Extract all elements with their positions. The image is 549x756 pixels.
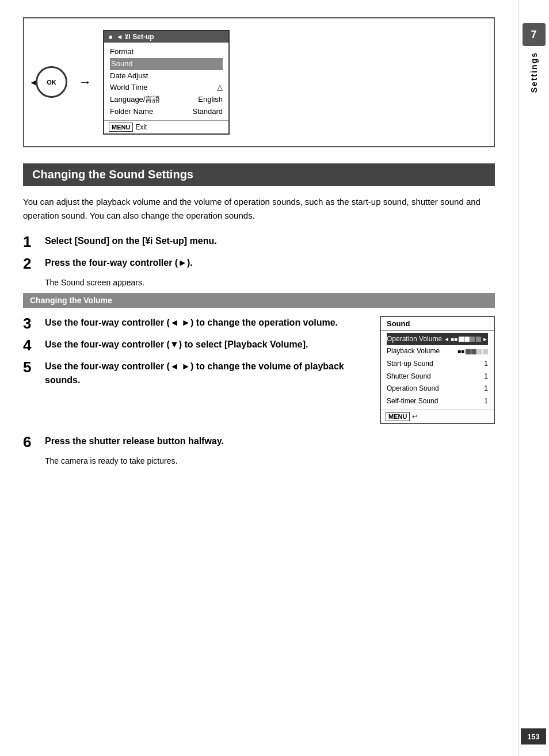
startup-label: Start-up Sound [387,358,433,371]
sound-panel-header: Sound [381,317,494,331]
sound-footer-arrow: ↩ [412,413,417,421]
pb-vol-label: Playback Volume [387,345,440,358]
main-content: OK → ■ ◄ ¥i Set-up Format Sound Date Adj… [0,0,518,756]
steps-with-panel: 3 Use the four-way controller (◄ ►) to c… [23,316,495,425]
selftimer-value: 1 [484,395,488,408]
ok-button-icon: OK [36,66,67,98]
startup-value: 1 [484,358,488,371]
page-wrapper: OK → ■ ◄ ¥i Set-up Format Sound Date Adj… [0,0,549,756]
menu-item-date: Date Adjust [110,70,223,82]
intro-text: You can adjust the playback volume and t… [23,195,495,223]
op-vol-value: ◄ ■■ ► [444,334,488,345]
step-3: 3 Use the four-way controller (◄ ►) to c… [23,316,368,331]
steps-left: 3 Use the four-way controller (◄ ►) to c… [23,316,368,394]
step-5: 5 Use the four-way controller (◄ ►) to c… [23,360,368,387]
menu-item-date-label: Date Adjust [110,70,148,82]
menu-item-sound: Sound [110,58,223,70]
menu-item-folder-label: Folder Name [110,106,153,118]
sub-section-heading: Changing the Volume [23,293,495,308]
menu-header-text: ◄ ¥i Set-up [116,33,154,41]
menu-item-folder: Folder Name Standard [110,106,223,118]
step-1-number: 1 [23,234,37,249]
op-vol-label: Operation Volume [387,333,442,346]
step-2: 2 Press the four-way controller (►). [23,256,495,271]
pb-vol-icon: ■■ [458,346,464,357]
sound-panel-footer: MENU ↩ [381,410,494,423]
step-5-number: 5 [23,360,37,375]
right-sidebar: 7 Settings 153 [518,0,549,756]
pb-vol-value: ■■ [458,346,488,357]
section-heading: Changing the Sound Settings [23,163,495,186]
sub-section-heading-text: Changing the Volume [30,296,112,305]
sound-row-operation-volume: Operation Volume ◄ ■■ ► [387,333,488,346]
op-vol-icon: ■■ [451,334,458,345]
step-6-number: 6 [23,434,37,449]
step-3-text: Use the four-way controller (◄ ►) to cha… [45,316,338,330]
menu-item-world-time-icon: △ [217,82,223,94]
menu-mockup: ■ ◄ ¥i Set-up Format Sound Date Adjust W… [103,30,230,135]
tab-number: 7 [523,23,546,46]
menu-item-sound-label: Sound [111,58,133,70]
step-6-text: Press the shutter release button halfway… [45,434,224,448]
op-vol-bar [459,337,481,342]
sound-row-playback-volume: Playback Volume ■■ [387,345,488,358]
step-2-text: Press the four-way controller (►). [45,256,193,270]
sound-row-operation: Operation Sound 1 [387,383,488,395]
selftimer-label: Self-timer Sound [387,395,438,408]
menu-btn: MENU [109,123,133,132]
step-4-number: 4 [23,338,37,353]
menu-exit-label: Exit [135,123,147,131]
section-heading-text: Changing the Sound Settings [32,168,193,181]
step-5-text: Use the four-way controller (◄ ►) to cha… [45,360,368,387]
sound-row-selftimer: Self-timer Sound 1 [387,395,488,408]
menu-header: ■ ◄ ¥i Set-up [104,31,228,43]
op-vol-arrow-left: ◄ [444,334,449,345]
menu-item-world-time: World Time △ [110,82,223,94]
sound-panel-body: Operation Volume ◄ ■■ ► [381,331,494,410]
step-1: 1 Select [Sound] on the [¥i Set-up] menu… [23,234,495,249]
tab-label: Settings [529,52,539,93]
shutter-label: Shutter Sound [387,371,431,383]
step-1-text: Select [Sound] on the [¥i Set-up] menu. [45,234,217,248]
step-3-number: 3 [23,316,37,331]
step-6: 6 Press the shutter release button halfw… [23,434,495,449]
menu-item-format-label: Format [110,46,134,58]
op-vol-arrow-right: ► [482,334,488,345]
menu-item-format: Format [110,46,223,58]
sound-menu-btn: MENU [386,412,410,421]
step-4: 4 Use the four-way controller (▼) to sel… [23,338,368,353]
menu-item-language-value: English [198,94,223,106]
arrow-right-icon: → [79,75,92,90]
step-6-sub: The camera is ready to take pictures. [23,456,495,465]
sound-row-startup: Start-up Sound 1 [387,358,488,371]
menu-body: Format Sound Date Adjust World Time △ La… [104,43,228,120]
menu-item-world-time-label: World Time [110,82,148,94]
sound-panel: Sound Operation Volume ◄ ■■ [380,316,495,425]
menu-item-folder-value: Standard [192,106,223,118]
operation-label: Operation Sound [387,383,439,395]
operation-value: 1 [484,383,488,395]
illustration-box: OK → ■ ◄ ¥i Set-up Format Sound Date Adj… [23,17,495,147]
menu-item-language: Language/言語 English [110,94,223,106]
page-number: 153 [521,728,546,744]
step-2-number: 2 [23,256,37,271]
sound-row-shutter: Shutter Sound 1 [387,371,488,383]
step-2-sub: The Sound screen appears. [23,278,495,287]
menu-item-language-label: Language/言語 [110,94,160,106]
pb-vol-bar [466,349,488,354]
ok-label: OK [47,79,56,86]
menu-footer: MENU Exit [104,120,228,133]
menu-camera-icon: ■ [109,33,113,40]
shutter-value: 1 [484,371,488,383]
step-4-text: Use the four-way controller (▼) to selec… [45,338,308,352]
